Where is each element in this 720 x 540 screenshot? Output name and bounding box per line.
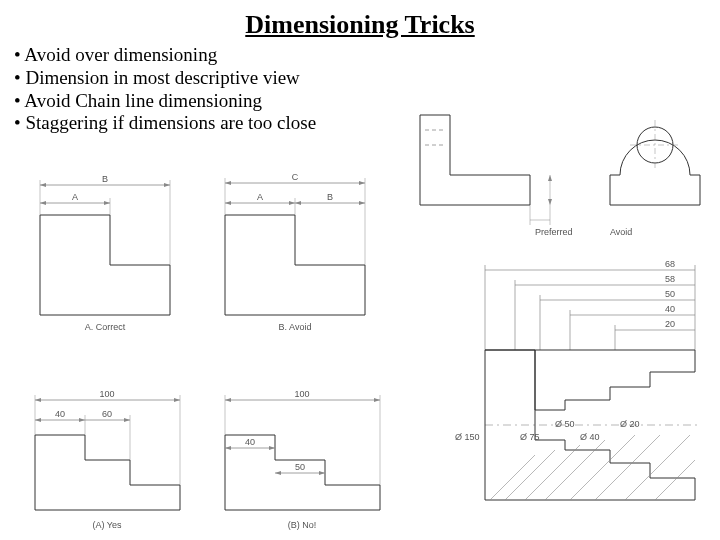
- dim-20: 20: [665, 319, 675, 329]
- bullet-item: • Avoid over dimensioning: [14, 44, 316, 67]
- dim-40: 40: [55, 409, 65, 419]
- svg-marker-18: [289, 201, 295, 205]
- diam-40: Ø 40: [580, 432, 600, 442]
- dim-a: A: [72, 192, 78, 202]
- dim-c: C: [292, 172, 299, 182]
- label-avoid: Avoid: [610, 227, 632, 237]
- svg-marker-50: [269, 446, 275, 450]
- bullet-item: • Staggering if dimensions are too close: [14, 112, 316, 135]
- figure-correct: B A A. Correct: [20, 165, 190, 339]
- svg-marker-26: [548, 175, 552, 181]
- diam-150: Ø 150: [455, 432, 480, 442]
- svg-marker-17: [225, 201, 231, 205]
- svg-line-69: [545, 440, 605, 500]
- dim-a: A: [257, 192, 263, 202]
- svg-marker-49: [225, 446, 231, 450]
- figure-caption: (B) No!: [288, 520, 317, 530]
- figure-chain-yes: 100 40 60 (A) Yes: [20, 380, 200, 534]
- dim-50: 50: [295, 462, 305, 472]
- svg-marker-3: [40, 183, 46, 187]
- svg-marker-7: [40, 201, 46, 205]
- svg-line-70: [570, 435, 635, 500]
- bullet-item: • Dimension in most descriptive view: [14, 67, 316, 90]
- dim-60: 60: [102, 409, 112, 419]
- svg-line-72: [625, 435, 690, 500]
- svg-marker-8: [104, 201, 110, 205]
- svg-line-73: [655, 460, 695, 500]
- dim-b: B: [327, 192, 333, 202]
- svg-marker-19: [295, 201, 301, 205]
- dim-overall: 100: [294, 389, 309, 399]
- figure-caption: A. Correct: [85, 322, 126, 332]
- svg-line-67: [505, 450, 555, 500]
- dim-b: B: [102, 174, 108, 184]
- figure-stagger: 68 58 50 40 20 Ø 150 Ø 75 Ø 40 Ø 50 Ø 20: [425, 255, 715, 539]
- diam-50: Ø 50: [555, 419, 575, 429]
- svg-marker-27: [548, 199, 552, 205]
- diam-75: Ø 75: [520, 432, 540, 442]
- figure-avoid: C A B B. Avoid: [205, 165, 385, 339]
- svg-marker-47: [374, 398, 380, 402]
- svg-marker-52: [275, 471, 281, 475]
- figure-caption: B. Avoid: [279, 322, 312, 332]
- bullet-item: • Avoid Chain line dimensioning: [14, 90, 316, 113]
- dim-overall: 100: [99, 389, 114, 399]
- svg-marker-38: [79, 418, 85, 422]
- bullet-list: • Avoid over dimensioning • Dimension in…: [14, 44, 316, 135]
- svg-marker-20: [359, 201, 365, 205]
- svg-marker-46: [225, 398, 231, 402]
- svg-line-68: [525, 445, 580, 500]
- svg-marker-13: [359, 181, 365, 185]
- svg-marker-12: [225, 181, 231, 185]
- svg-marker-41: [124, 418, 130, 422]
- dim-40: 40: [665, 304, 675, 314]
- svg-marker-53: [319, 471, 325, 475]
- svg-marker-34: [35, 398, 41, 402]
- figure-chain-no: 100 40 50 (B) No!: [210, 380, 400, 534]
- svg-marker-4: [164, 183, 170, 187]
- dim-58: 58: [665, 274, 675, 284]
- svg-line-66: [490, 455, 535, 500]
- svg-marker-37: [35, 418, 41, 422]
- dim-50: 50: [665, 289, 675, 299]
- diam-20: Ø 20: [620, 419, 640, 429]
- page-title: Dimensioning Tricks: [0, 10, 720, 40]
- dim-40: 40: [245, 437, 255, 447]
- dim-68: 68: [665, 259, 675, 269]
- label-preferred: Preferred: [535, 227, 573, 237]
- figure-preferred-avoid: Preferred Avoid: [400, 95, 710, 249]
- figure-caption: (A) Yes: [92, 520, 122, 530]
- svg-marker-35: [174, 398, 180, 402]
